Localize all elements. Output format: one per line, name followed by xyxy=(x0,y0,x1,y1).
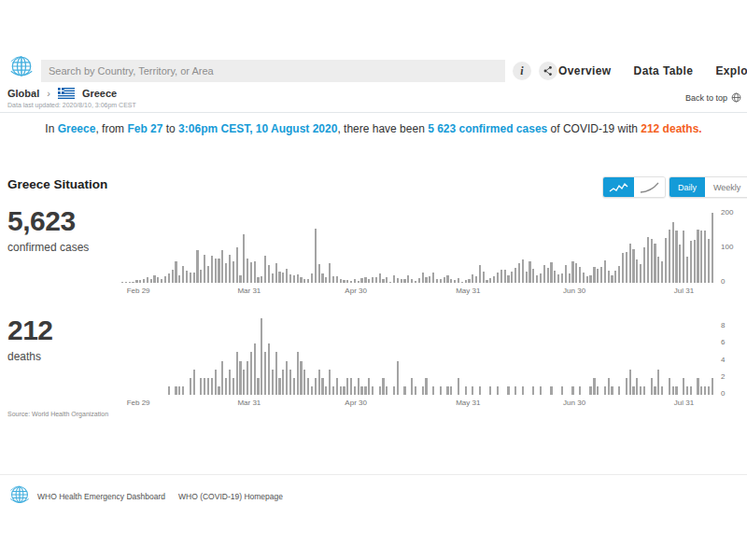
daily-button[interactable]: Daily xyxy=(669,177,705,197)
header-divider xyxy=(0,112,747,113)
curve-line-icon xyxy=(639,181,661,194)
nav-data-table[interactable]: Data Table xyxy=(634,64,694,77)
who-covid-dashboard-page: i Overview Data Table Explore Global › G… xyxy=(0,0,747,560)
weekly-button[interactable]: Weekly xyxy=(705,177,747,197)
confirmed-x-axis: Feb 29Mar 31Apr 30May 31Jun 30Jul 31 xyxy=(121,283,715,296)
deaths-bars[interactable] xyxy=(121,318,715,395)
breadcrumb: Global › Greece xyxy=(7,88,117,99)
breadcrumb-country: Greece xyxy=(82,88,117,99)
footer-links: WHO Health Emergency Dashboard WHO (COVI… xyxy=(37,492,283,501)
deaths-label: deaths xyxy=(7,350,41,363)
greece-flag-icon xyxy=(58,88,75,99)
chart-type-cumulative-button[interactable] xyxy=(634,177,665,197)
deaths-y-axis: 02468 xyxy=(721,318,743,395)
source-note: Source: World Health Organization xyxy=(7,411,108,417)
back-to-top-button[interactable]: Back to top xyxy=(685,92,741,103)
who-footer-logo-icon[interactable] xyxy=(7,483,32,507)
confirmed-cases-label: confirmed cases xyxy=(7,241,89,254)
breadcrumb-global-link[interactable]: Global xyxy=(7,88,39,99)
page-title: Greece Situation xyxy=(7,177,107,191)
deaths-count: 212 xyxy=(7,315,53,346)
last-updated-text: Data last updated: 2020/8/10, 3:06pm CES… xyxy=(7,102,136,108)
confirmed-cases-chart[interactable]: 0100200 Feb 29Mar 31Apr 30May 31Jun 30Ju… xyxy=(121,210,715,283)
confirmed-bars[interactable] xyxy=(121,210,715,283)
top-nav: Overview Data Table Explore xyxy=(558,64,747,77)
deaths-chart[interactable]: 02468 Feb 29Mar 31Apr 30May 31Jun 30Jul … xyxy=(121,318,715,395)
footer-link-emergency-dashboard[interactable]: WHO Health Emergency Dashboard xyxy=(37,492,165,501)
globe-icon xyxy=(731,92,741,103)
info-icon[interactable]: i xyxy=(513,62,531,80)
breadcrumb-chevron-icon: › xyxy=(47,88,50,99)
search-bar xyxy=(41,60,505,82)
who-logo-icon[interactable] xyxy=(7,52,35,80)
confirmed-cases-count: 5,623 xyxy=(7,205,76,237)
chart-type-daily-bars-button[interactable] xyxy=(603,177,634,197)
nav-explore[interactable]: Explore xyxy=(715,64,747,77)
zigzag-line-icon xyxy=(608,181,630,194)
back-to-top-label: Back to top xyxy=(685,93,727,103)
share-icon[interactable] xyxy=(539,62,557,80)
summary-text: In Greece, from Feb 27 to 3:06pm CEST, 1… xyxy=(0,122,747,135)
deaths-x-axis: Feb 29Mar 31Apr 30May 31Jun 30Jul 31 xyxy=(121,395,715,408)
footer-link-covid-homepage[interactable]: WHO (COVID-19) Homepage xyxy=(178,492,283,501)
chart-type-toggle xyxy=(602,176,666,198)
footer-divider xyxy=(0,474,747,475)
nav-overview[interactable]: Overview xyxy=(558,64,612,77)
frequency-toggle: Daily Weekly xyxy=(669,176,747,198)
confirmed-y-axis: 0100200 xyxy=(721,210,743,283)
share-glyph-icon xyxy=(543,65,554,77)
search-input[interactable] xyxy=(41,60,505,82)
